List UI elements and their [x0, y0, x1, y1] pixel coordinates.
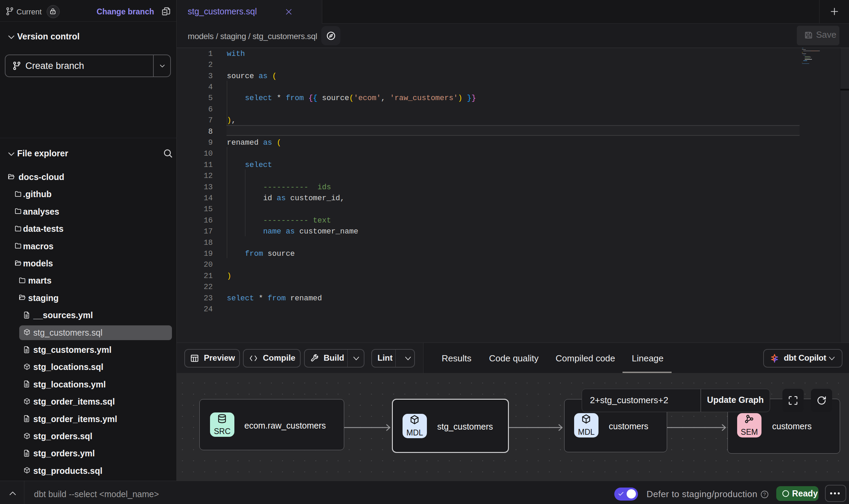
svg-text:?: ? — [763, 492, 766, 497]
